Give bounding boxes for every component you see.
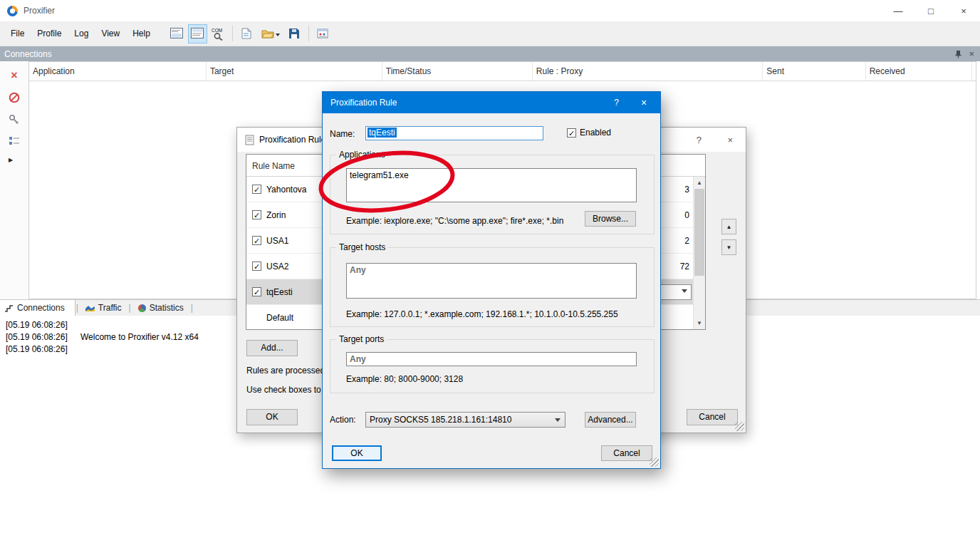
proxy-key-icon[interactable] — [9, 114, 20, 125]
rule-checkbox[interactable]: ✓ — [252, 262, 261, 271]
proxy-settings-icon — [317, 28, 328, 39]
save-profile-icon — [288, 28, 300, 39]
rule-close-button[interactable]: × — [627, 92, 660, 113]
close-connection-icon[interactable]: × — [11, 70, 17, 81]
col-sent[interactable]: Sent — [763, 62, 865, 81]
rule-dialog-titlebar[interactable]: Proxification Rule ? × — [323, 92, 660, 113]
name-label: Name: — [330, 129, 355, 139]
panel-caption-icons: × — [954, 49, 974, 58]
rules-help-button[interactable]: ? — [697, 135, 702, 145]
add-rule-button[interactable]: Add... — [246, 340, 298, 356]
pin-icon[interactable] — [954, 50, 962, 58]
target-hosts-input[interactable]: Any — [346, 263, 637, 299]
log-panel-button[interactable] — [167, 24, 187, 43]
rules-list-scrollbar[interactable]: ▲ ▼ — [693, 177, 705, 329]
tab-divider: | — [76, 303, 78, 313]
svg-text:COM: COM — [212, 28, 222, 33]
enabled-checkbox-group[interactable]: ✓ Enabled — [567, 128, 611, 138]
log-message: Welcome to Proxifier v4.12 x64 — [80, 332, 199, 342]
proxy-settings-button[interactable] — [313, 24, 333, 43]
target-hosts-example: Example: 127.0.0.1; *.example.com; 192.1… — [346, 309, 652, 319]
panel-close-icon[interactable]: × — [969, 49, 974, 58]
scroll-up-icon[interactable]: ▲ — [694, 177, 705, 189]
rule-name-input[interactable]: tqEesti — [365, 126, 543, 140]
new-profile-button[interactable] — [237, 24, 256, 43]
col-time-status[interactable]: Time/Status — [382, 62, 533, 81]
advanced-button[interactable]: Advanced... — [585, 412, 636, 428]
rule-name: Zorin — [266, 210, 286, 220]
minimize-button[interactable]: — — [882, 0, 914, 21]
menu-view[interactable]: View — [95, 26, 126, 41]
resize-grip[interactable] — [735, 422, 744, 431]
com-scan-button[interactable]: COM — [209, 24, 228, 43]
menu-profile[interactable]: Profile — [31, 26, 68, 41]
enabled-checkbox[interactable]: ✓ — [567, 128, 576, 138]
open-profile-icon — [261, 29, 274, 38]
rule-row-fragment: 2 — [684, 236, 689, 246]
col-application[interactable]: Application — [29, 62, 207, 81]
open-profile-button[interactable] — [258, 24, 283, 43]
menu-file[interactable]: File — [4, 26, 31, 41]
rules-close-button[interactable]: × — [727, 135, 733, 145]
connection-details-icon[interactable] — [9, 136, 20, 146]
applications-input[interactable]: telegram51.exe — [346, 168, 637, 202]
target-ports-input[interactable]: Any — [346, 352, 637, 366]
resize-grip[interactable] — [650, 457, 659, 467]
app-logo-icon — [7, 6, 18, 16]
rule-checkbox[interactable]: ✓ — [252, 185, 261, 194]
menu-log[interactable]: Log — [68, 26, 95, 41]
chevron-down-icon — [682, 289, 687, 296]
toolbar-separator — [232, 26, 233, 41]
target-ports-group: Target ports — [330, 339, 655, 393]
statistics-tab-icon — [138, 304, 146, 312]
scroll-down-icon[interactable]: ▼ — [694, 317, 705, 329]
rule-checkbox[interactable]: ✓ — [252, 236, 261, 245]
applications-group-label: Applications — [336, 150, 388, 160]
log-panel-icon — [170, 28, 183, 39]
tab-label: Statistics — [150, 303, 184, 313]
action-select[interactable]: Proxy SOCKS5 185.218.1.161:14810 — [365, 412, 565, 428]
abort-connection-icon[interactable] — [9, 92, 20, 103]
tab-divider: | — [129, 303, 131, 313]
close-button[interactable]: × — [947, 0, 980, 21]
menu-help[interactable]: Help — [126, 26, 157, 41]
move-rule-up-button[interactable]: ▲ — [721, 219, 736, 234]
menubar: File Profile Log View Help COM — [0, 21, 980, 46]
table-header: Application Target Time/Status Rule : Pr… — [29, 62, 976, 81]
new-profile-icon — [241, 28, 251, 39]
target-ports-example: Example: 80; 8000-9000; 3128 — [346, 374, 652, 384]
save-profile-button[interactable] — [285, 24, 304, 43]
tab-statistics[interactable]: Statistics — [132, 300, 190, 316]
rules-cancel-button[interactable]: Cancel — [687, 409, 738, 425]
col-received[interactable]: Received — [866, 62, 972, 81]
titlebar[interactable]: Proxifier — □ × — [0, 0, 980, 21]
rule-checkbox[interactable]: ✓ — [252, 210, 261, 219]
scroll-thumb[interactable] — [694, 189, 704, 276]
browse-button[interactable]: Browse... — [585, 211, 636, 227]
rule-ok-button[interactable]: OK — [332, 445, 382, 461]
tab-traffic[interactable]: Traffic — [79, 300, 128, 316]
move-rule-down-button[interactable]: ▼ — [721, 239, 736, 255]
maximize-button[interactable]: □ — [914, 0, 947, 21]
rule-checkbox[interactable]: ✓ — [252, 287, 261, 296]
col-target[interactable]: Target — [207, 62, 382, 81]
rules-note-processing: Rules are processed fr — [246, 366, 333, 376]
rules-dialog-title: Proxification Rules — [259, 135, 330, 145]
connections-panel-caption[interactable]: Connections × — [0, 46, 980, 61]
toolbar-separator — [308, 26, 309, 41]
connections-panel-title: Connections — [4, 49, 52, 59]
tab-connections[interactable]: Connections — [0, 300, 75, 316]
rule-help-button[interactable]: ? — [614, 98, 619, 108]
expand-toolbar-icon[interactable]: ▶ — [9, 157, 13, 163]
action-value: Proxy SOCKS5 185.218.1.161:14810 — [370, 415, 511, 425]
connections-panel-icon — [191, 28, 204, 39]
tab-label: Traffic — [98, 303, 122, 313]
open-profile-dropdown-icon[interactable] — [276, 33, 280, 38]
rules-ok-button[interactable]: OK — [246, 409, 298, 425]
rules-note-checkboxes: Use check boxes to en — [246, 385, 333, 395]
col-rule-proxy[interactable]: Rule : Proxy — [533, 62, 763, 81]
rule-cancel-button[interactable]: Cancel — [601, 445, 652, 461]
rule-dialog-title: Proxification Rule — [330, 98, 397, 108]
rule-row-fragment: 3 — [684, 185, 689, 195]
connections-panel-button[interactable] — [188, 24, 207, 43]
